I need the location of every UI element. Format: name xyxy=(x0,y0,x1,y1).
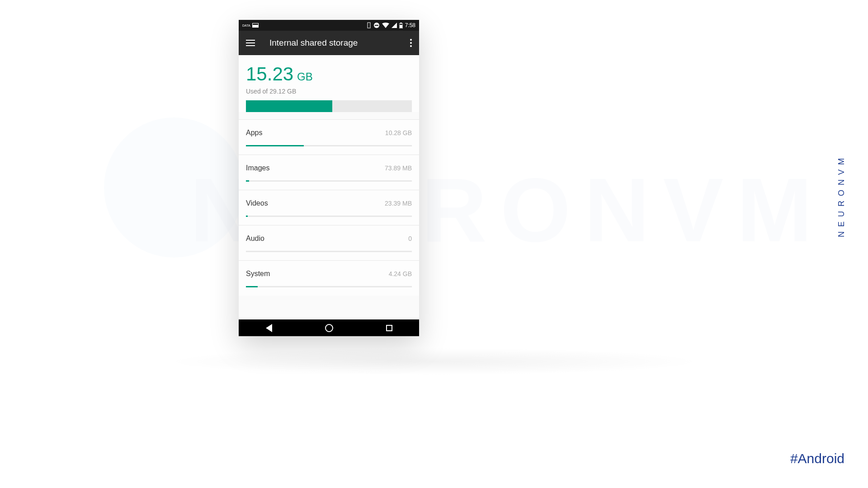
category-name: Images xyxy=(246,164,269,172)
used-amount: 15.23 xyxy=(246,63,293,85)
hamburger-icon[interactable] xyxy=(246,40,255,46)
category-list: Apps10.28 GBImages73.89 MBVideos23.39 MB… xyxy=(239,119,419,296)
category-bar xyxy=(246,180,412,182)
back-icon xyxy=(266,324,272,332)
home-icon xyxy=(325,324,333,332)
recents-icon xyxy=(386,325,392,331)
phone-icon xyxy=(367,22,371,28)
back-button[interactable] xyxy=(255,319,283,336)
overall-usage-fill xyxy=(246,100,332,112)
hashtag-text: #Android xyxy=(790,451,844,466)
storage-summary: 15.23 GB Used of 29.12 GB xyxy=(239,55,419,112)
category-name: System xyxy=(246,270,270,278)
category-name: Videos xyxy=(246,199,268,207)
status-right: 7:58 xyxy=(367,22,415,28)
used-unit: GB xyxy=(297,70,313,83)
side-brand-text: NEURONVM xyxy=(837,154,846,237)
category-row[interactable]: Videos23.39 MB xyxy=(239,190,419,225)
category-bar xyxy=(246,251,412,252)
category-size: 23.39 MB xyxy=(385,200,412,207)
category-bar-fill xyxy=(246,145,304,146)
svg-rect-5 xyxy=(400,25,402,28)
svg-rect-4 xyxy=(400,23,402,23)
category-bar-fill xyxy=(246,286,258,287)
android-status-bar: DATA 7:58 xyxy=(239,20,419,31)
category-bar xyxy=(246,145,412,146)
category-bar-fill xyxy=(246,180,249,182)
category-bar xyxy=(246,216,412,217)
status-left: DATA xyxy=(242,23,259,28)
signal-icon xyxy=(392,23,397,28)
dnd-icon xyxy=(373,22,380,28)
clock-text: 7:58 xyxy=(405,22,415,28)
battery-icon xyxy=(399,23,403,28)
category-row[interactable]: System4.24 GB xyxy=(239,260,419,296)
svg-rect-2 xyxy=(375,25,378,26)
category-size: 73.89 MB xyxy=(385,164,412,172)
svg-rect-0 xyxy=(368,23,370,28)
recents-button[interactable] xyxy=(376,319,403,336)
category-name: Audio xyxy=(246,235,264,243)
app-bar: Internal shared storage xyxy=(239,31,419,55)
home-button[interactable] xyxy=(316,319,343,336)
category-bar-fill xyxy=(246,216,248,217)
phone-frame: DATA 7:58 Internal shared storage 15.23 … xyxy=(239,20,419,336)
used-subtitle: Used of 29.12 GB xyxy=(246,88,412,95)
category-size: 0 xyxy=(408,235,412,242)
download-icon xyxy=(252,23,259,28)
category-row[interactable]: Images73.89 MB xyxy=(239,155,419,190)
category-bar xyxy=(246,286,412,287)
overall-usage-bar xyxy=(246,100,412,112)
android-nav-bar xyxy=(239,319,419,336)
page-title: Internal shared storage xyxy=(269,38,410,48)
overflow-menu-icon[interactable] xyxy=(410,39,412,47)
category-size: 4.24 GB xyxy=(389,270,412,277)
category-row[interactable]: Audio0 xyxy=(239,225,419,260)
category-row[interactable]: Apps10.28 GB xyxy=(239,119,419,155)
wifi-icon xyxy=(382,23,389,28)
data-indicator: DATA xyxy=(242,24,250,27)
category-size: 10.28 GB xyxy=(385,129,412,136)
phone-shadow xyxy=(163,348,705,375)
category-name: Apps xyxy=(246,129,262,137)
